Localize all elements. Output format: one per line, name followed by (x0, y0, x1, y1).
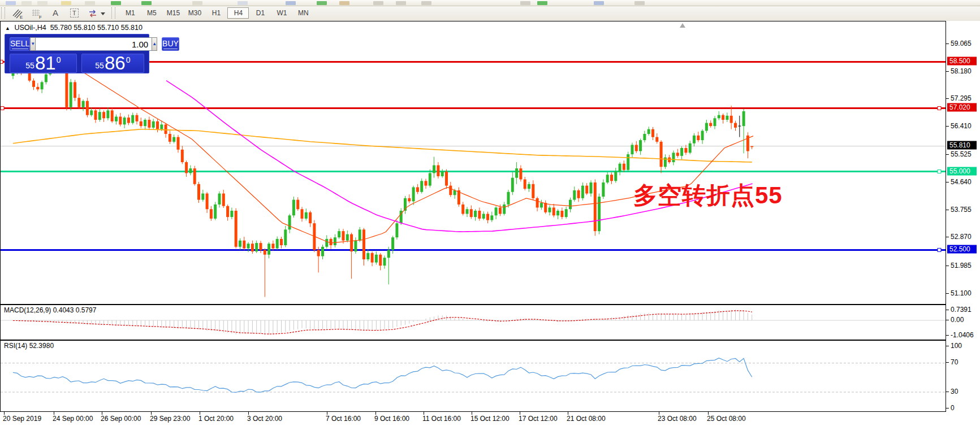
toolbar-icon-partial (141, 1, 152, 5)
rsi-indicator-pane[interactable]: RSI(14) 52.3980 (0, 340, 946, 412)
chart-shift-marker (680, 23, 685, 28)
price-axis-label: 51.985 (951, 262, 972, 269)
buy-price-pips: 86 (105, 55, 126, 72)
sell-price-point: 0 (57, 55, 61, 64)
time-axis-label: 23 Oct 08:00 (658, 415, 697, 423)
axis-tick (946, 266, 949, 266)
sell-price-pips: 81 (35, 55, 56, 72)
sell-price-button[interactable]: 55 81 0 (10, 54, 77, 73)
time-axis-label: 11 Oct 16:00 (422, 415, 461, 423)
timeframe-button-group: M1M5M15M30H1H4D1W1MN (119, 6, 314, 14)
timeframe-button-m5[interactable]: M5 (141, 7, 162, 19)
trading-terminal-window: E F A T M1M5M15M30H1H4D1W1MN ▲ USOil-,H4 (0, 0, 980, 426)
toolbar-icon-partial (238, 1, 248, 5)
sell-button[interactable]: SELL (10, 37, 30, 51)
price-axis-label: -1.0406 (951, 331, 974, 339)
toolbar-icon-partial (373, 1, 383, 5)
timeframe-button-w1[interactable]: W1 (271, 7, 292, 19)
axis-tick (946, 44, 949, 44)
time-axis-label: 29 Sep 23:00 (150, 415, 190, 423)
time-axis-label: 24 Sep 00:00 (53, 415, 93, 423)
timeframe-button-h4[interactable]: H4 (227, 7, 249, 19)
axis-tick (946, 71, 949, 72)
axis-tick (946, 320, 949, 320)
toolbar-grip[interactable] (1, 7, 5, 19)
volume-decrease-button[interactable]: ▼ (30, 37, 36, 51)
axis-tick (946, 362, 949, 363)
axis-tick (946, 408, 949, 408)
time-axis-label: 26 Sep 00:00 (101, 415, 141, 423)
price-level-badge: 52.500 (947, 245, 977, 254)
timeframe-button-m15[interactable]: M15 (163, 7, 183, 19)
price-axis-label: 54.640 (951, 178, 972, 186)
axis-tick (946, 237, 949, 237)
toolbar-icon-partial (594, 1, 604, 5)
arrange-icon[interactable] (86, 7, 107, 19)
volume-input[interactable] (36, 37, 152, 51)
buy-price-whole: 55 (95, 61, 104, 70)
timeframe-button-h1[interactable]: H1 (206, 7, 226, 19)
symbol-name: USOil-,H4 (14, 24, 46, 32)
price-level-badge: 55.000 (947, 167, 977, 176)
price-axis-label: 55.525 (951, 150, 972, 158)
draw-study-icon[interactable]: E (10, 7, 25, 19)
toolbar-icon-partial (634, 1, 645, 5)
clipped-upper-toolbar (0, 0, 980, 6)
ma-fast-line (64, 60, 753, 243)
volume-increase-button[interactable]: ▲ (152, 37, 157, 51)
buy-price-point: 0 (126, 55, 131, 64)
timeframe-button-m1[interactable]: M1 (120, 7, 140, 19)
axis-tick (946, 126, 949, 127)
grid-icon[interactable]: F (29, 7, 44, 19)
toolbar-icon-partial (537, 1, 547, 5)
text-box-icon[interactable]: T (67, 7, 81, 19)
axis-tick (946, 310, 949, 310)
price-level-badge: 58.500 (947, 57, 977, 66)
buy-price-button[interactable]: 55 86 0 (81, 54, 144, 73)
price-level-badge: 57.020 (947, 103, 977, 112)
toolbar-grip-2[interactable] (111, 7, 115, 19)
macd-signal-line (13, 311, 752, 334)
toolbar-icon-partial (111, 1, 121, 5)
toolbar-icon-partial (286, 1, 296, 5)
time-axis-label: 3 Oct 20:00 (247, 415, 282, 423)
axis-tick (946, 210, 949, 210)
price-axis-label: 70 (951, 358, 958, 366)
axis-tick (946, 335, 949, 336)
toolbar-icon-partial (61, 1, 71, 5)
time-axis-label: 1 Oct 20:00 (198, 415, 234, 423)
symbol-ohlc: 55.780 55.810 55.710 55.810 (50, 24, 143, 32)
symbol-header: ▲ USOil-,H4 55.780 55.810 55.710 55.810 (5, 24, 143, 32)
rsi-label: RSI(14) 52.3980 (4, 342, 54, 350)
price-axis-label: 56.410 (951, 122, 972, 130)
time-axis[interactable]: 20 Sep 201924 Sep 00:0026 Sep 00:0029 Se… (0, 412, 980, 426)
collapse-quote-icon[interactable]: ▲ (5, 25, 10, 31)
price-axis-label: 0.7391 (951, 306, 972, 314)
toolbar-icon-partial (396, 1, 406, 5)
svg-text:F: F (39, 15, 42, 19)
timeframe-button-m30[interactable]: M30 (184, 7, 205, 19)
price-axis-label: 53.755 (951, 206, 972, 214)
toolbar-icon-partial (37, 1, 48, 5)
time-axis-label: 7 Oct 16:00 (326, 415, 361, 423)
time-axis-label: 9 Oct 16:00 (374, 415, 409, 423)
chart-toolbar: E F A T M1M5M15M30H1H4D1W1MN (0, 6, 980, 21)
price-axis-label: 58.180 (951, 67, 972, 75)
one-click-trading-panel: SELL ▼ ▲ BUY 55 81 0 55 86 0 (5, 34, 149, 73)
price-axis-label: 0.00 (951, 316, 964, 324)
axis-tick (946, 182, 949, 182)
macd-indicator-pane[interactable]: MACD(12,26,9) 0.4043 0.5797 (0, 305, 946, 340)
axis-tick (946, 98, 949, 99)
axis-tick (946, 154, 949, 155)
toolbar-icon-partial (21, 1, 32, 5)
price-axis-label: 59.065 (951, 40, 972, 47)
toolbar-icon-partial (192, 1, 202, 5)
buy-button[interactable]: BUY (162, 37, 179, 51)
macd-label: MACD(12,26,9) 0.4043 0.5797 (4, 306, 96, 314)
timeframe-button-mn[interactable]: MN (293, 7, 313, 19)
text-label-icon[interactable]: A (48, 7, 63, 19)
price-axis[interactable]: 59.06558.18057.29556.41055.52554.64053.7… (946, 21, 980, 412)
chart-text-annotation[interactable]: 多空转折点55 (633, 180, 783, 211)
toolbar-icon-partial (85, 1, 95, 5)
timeframe-button-d1[interactable]: D1 (250, 7, 270, 19)
